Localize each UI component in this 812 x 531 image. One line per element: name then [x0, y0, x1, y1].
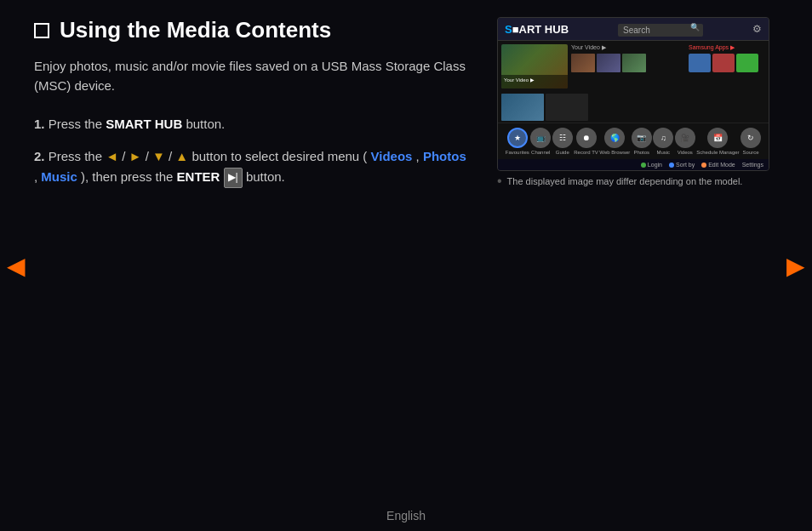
sh-your-video-title: Your Video ▶	[571, 44, 685, 51]
sh-dot-sortby	[669, 163, 674, 168]
sh-apps-title: Samsung Apps ▶	[689, 44, 765, 51]
sh-dot-editmode	[701, 163, 706, 168]
sh-music-icon: ♫	[653, 128, 673, 148]
sh-music-label: Music	[656, 150, 670, 155]
sh-photos-icon: 📷	[632, 128, 652, 148]
sh-app-icons	[689, 54, 765, 72]
sh-icon-webbrowser: 🌎 Web Browser	[599, 128, 630, 155]
sh-icon-schedule: 📅 Schedule Manager	[696, 128, 739, 155]
sh-app-3	[736, 54, 758, 72]
sh-channel-icon: 📺	[530, 128, 551, 148]
sh-logo: S■ART HUB	[505, 23, 569, 36]
step-2-comma1: ,	[416, 149, 423, 163]
step-1-before: Press the	[49, 117, 106, 131]
step-2-down-arrow: ▼	[152, 149, 165, 163]
sh-source-label: Source	[743, 150, 759, 155]
step-2-left-arrow: ◄	[106, 149, 118, 163]
step-2-up-arrow: ▲	[175, 149, 188, 163]
sh-favourites-icon: ★	[507, 128, 528, 148]
note-text: The displayed image may differ depending…	[507, 176, 743, 186]
step-2-slash2: /	[146, 149, 152, 163]
image-column: S■ART HUB 🔍 ⚙ Your Video ▶	[497, 17, 778, 200]
sh-icon-videos: 🎥 Videos	[675, 128, 695, 155]
sh-icon-channel: 📺 Channel	[530, 128, 551, 155]
step-2-enter: ENTER	[177, 169, 220, 184]
sh-body: Your Video ▶ Your Video ▶ Samsung App	[498, 41, 769, 92]
step-2-slash1: /	[122, 149, 129, 163]
sh-source-icon: ↻	[741, 128, 761, 148]
footer-language: English	[386, 509, 426, 522]
step-2-button: button.	[246, 169, 285, 184]
sh-footer-login-label: Login	[648, 162, 662, 168]
sh-featured-label: Your Video ▶	[501, 75, 568, 88]
step-1-smart-hub: SMART HUB	[106, 117, 182, 131]
sh-featured-image: Your Video ▶	[501, 44, 568, 88]
sh-schedule-icon: 📅	[707, 128, 728, 148]
sh-footer-login: Login	[641, 162, 662, 168]
sh-footer-sortby-label: Sort by	[676, 162, 695, 168]
sh-your-video: Your Video ▶	[571, 44, 685, 88]
step-2-music: Music	[41, 169, 77, 184]
sh-videos-label: Videos	[678, 150, 693, 155]
step-1-after: button.	[186, 117, 225, 131]
sh-channel-label: Channel	[531, 150, 550, 155]
sh-footer-sortby: Sort by	[669, 162, 695, 168]
sh-dot-login	[641, 163, 646, 168]
sh-thumb-2	[597, 54, 620, 72]
sh-recordtv-icon: ⏺	[576, 128, 597, 148]
step-2-number: 2.	[34, 149, 45, 163]
sh-icon-favourites: ★ Favourites	[506, 128, 529, 155]
sh-guide-label: Guide	[556, 150, 569, 155]
sh-icons-row: ★ Favourites 📺 Channel ☷ Guide ⏺ Record …	[498, 123, 769, 159]
sh-photos-label: Photos	[633, 150, 649, 155]
sh-thumb-3	[622, 54, 646, 72]
sh-webbrowser-label: Web Browser	[599, 150, 630, 155]
note-bullet: • The displayed image may differ dependi…	[497, 176, 778, 188]
nav-right-button[interactable]: ▶	[786, 252, 805, 280]
main-content: ◀ ▶ Using the Media Contents Enjoy photo…	[0, 0, 812, 531]
sh-footer-editmode-label: Edit Mode	[708, 162, 735, 168]
title-checkbox	[34, 23, 49, 38]
step-2-mid: button to select desired menu (	[192, 149, 367, 163]
sh-footer-settings-label: Settings	[742, 162, 763, 168]
step-1-number: 1.	[34, 117, 45, 131]
sh-video-thumbs	[571, 54, 685, 72]
text-column: Using the Media Contents Enjoy photos, m…	[34, 17, 472, 200]
nav-left-button[interactable]: ◀	[7, 252, 26, 280]
sh-settings-icon: ⚙	[752, 23, 762, 35]
step-2-videos: Videos	[371, 149, 413, 163]
sh-icon-guide: ☷ Guide	[552, 128, 573, 155]
step-1: 1. Press the SMART HUB button.	[34, 114, 472, 134]
bullet-symbol: •	[497, 174, 502, 188]
page-title: Using the Media Contents	[60, 17, 331, 43]
sh-icon-photos: 📷 Photos	[632, 128, 652, 155]
page-title-row: Using the Media Contents	[34, 17, 472, 43]
sh-schedule-label: Schedule Manager	[696, 150, 739, 155]
note-section: • The displayed image may differ dependi…	[497, 176, 778, 188]
sh-icon-music: ♫ Music	[653, 128, 673, 155]
sh-icon-source: ↻ Source	[741, 128, 761, 155]
sh-samsung-apps: Samsung Apps ▶	[689, 44, 765, 88]
sh-middle-row	[498, 92, 769, 123]
sh-mid-thumb-1	[501, 94, 544, 121]
step-2: 2. Press the ◄ / ► / ▼ / ▲ button to sel…	[34, 146, 472, 188]
description-text: Enjoy photos, music and/or movie files s…	[34, 57, 472, 95]
sh-footer-settings: Settings	[742, 162, 763, 168]
step-2-end: ), then press the	[81, 169, 177, 184]
sh-videos-icon: 🎥	[675, 128, 695, 148]
sh-search-icon: 🔍	[690, 23, 700, 31]
step-2-before: Press the	[49, 149, 106, 163]
step-2-photos: Photos	[423, 149, 466, 163]
sh-footer: Login Sort by Edit Mode Settings	[498, 159, 769, 170]
sh-mid-thumb-2	[546, 94, 588, 121]
sh-guide-icon: ☷	[552, 128, 573, 148]
smart-hub-panel: S■ART HUB 🔍 ⚙ Your Video ▶	[497, 17, 769, 171]
sh-favourites-label: Favourites	[506, 150, 529, 155]
step-2-enter-icon: ▶|	[224, 168, 243, 187]
sh-webbrowser-icon: 🌎	[604, 128, 625, 148]
sh-app-2	[712, 54, 735, 72]
sh-icon-recordtv: ⏺ Record TV	[574, 128, 598, 155]
step-2-right-arrow: ►	[129, 149, 142, 163]
sh-footer-editmode: Edit Mode	[701, 162, 735, 168]
sh-app-1	[689, 54, 711, 72]
